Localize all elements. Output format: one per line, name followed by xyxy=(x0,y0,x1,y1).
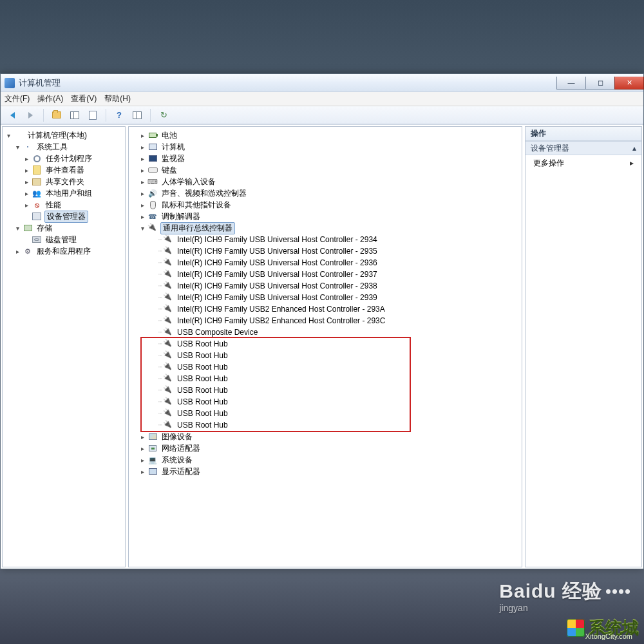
tree-item-sys-5[interactable]: 设备管理器 xyxy=(4,211,124,222)
tree-item-cat-7[interactable]: ☎ 调制解调器 xyxy=(130,211,520,222)
titlebar[interactable]: 计算机管理 — ◻ ✕ xyxy=(1,74,643,92)
tree-item-system-tools[interactable]: 系统工具 xyxy=(4,141,124,153)
tree-item-usb-child-13[interactable]: ┈ USB Root Hub xyxy=(130,384,520,396)
tree-item-after-2[interactable]: 💻 系统设备 xyxy=(130,454,520,466)
tree-twisty-icon[interactable] xyxy=(23,202,30,209)
close-button[interactable]: ✕ xyxy=(614,77,644,90)
tree-twisty-icon[interactable] xyxy=(139,190,146,197)
menu-view[interactable]: 查看(V) xyxy=(71,93,97,104)
tree-node-label: Intel(R) ICH9 Family USB Universal Host … xyxy=(176,270,379,279)
tree-item-after-3[interactable]: 显示适配器 xyxy=(130,466,520,477)
tree-item-cat-4[interactable]: ⌨ 人体学输入设备 xyxy=(130,176,520,187)
tree-item-usb-child-7[interactable]: ┈ Intel(R) ICH9 Family USB2 Enhanced Hos… xyxy=(130,315,520,327)
tree-node-icon xyxy=(163,385,173,395)
tree-twisty-icon[interactable] xyxy=(139,225,146,232)
menu-help[interactable]: 帮助(H) xyxy=(104,93,131,104)
tree-node-label: 性能 xyxy=(44,200,62,211)
tree-node-icon xyxy=(163,234,173,245)
tree-twisty-icon[interactable] xyxy=(139,132,146,139)
help-button[interactable]: ? xyxy=(111,108,127,122)
actions-section-device-manager[interactable]: 设备管理器 ▴ xyxy=(526,141,641,155)
tree-twisty-icon[interactable] xyxy=(5,132,12,139)
tree-item-disk-mgmt[interactable]: 磁盘管理 xyxy=(4,234,124,245)
tree-leaf-icon xyxy=(23,236,30,243)
tree-twisty-icon[interactable] xyxy=(139,457,146,464)
app-window: 计算机管理 — ◻ ✕ 文件(F) 操作(A) 查看(V) 帮助(H) ? ↻ … xyxy=(0,73,644,569)
tree-item-usb-child-0[interactable]: ┈ Intel(R) ICH9 Family USB Universal Hos… xyxy=(130,234,520,245)
folder-button[interactable] xyxy=(49,108,64,122)
properties-button[interactable] xyxy=(85,108,100,122)
window-title: 计算机管理 xyxy=(19,77,61,89)
tree-item-sys-0[interactable]: 任务计划程序 xyxy=(4,153,124,164)
device-tree-pane[interactable]: 电池 计算机 监视器 键盘 ⌨ 人体学输入设备 🔊 声音、视频和游戏控制器 鼠标… xyxy=(128,126,522,567)
tree-item-after-1[interactable]: 网络适配器 xyxy=(130,442,520,454)
tree-item-sys-4[interactable]: ⦸ 性能 xyxy=(4,199,124,211)
tree-item-sys-3[interactable]: 👥 本地用户和组 xyxy=(4,187,124,199)
tree-item-storage[interactable]: 存储 xyxy=(4,222,124,234)
tree-item-cat-1[interactable]: 计算机 xyxy=(130,141,520,153)
tree-item-usb-child-4[interactable]: ┈ Intel(R) ICH9 Family USB Universal Hos… xyxy=(130,280,520,292)
maximize-button[interactable]: ◻ xyxy=(585,77,615,90)
tree-twisty-icon[interactable] xyxy=(139,468,146,475)
left-nav-pane[interactable]: 计算机管理(本地) 系统工具 任务计划程序 事件查看器 共享文件夹 👥 本地用户… xyxy=(2,126,126,567)
tree-twisty-icon[interactable] xyxy=(23,178,30,185)
tree-twisty-icon[interactable] xyxy=(139,202,146,209)
actions-pane: 操作 设备管理器 ▴ 更多操作 ▸ xyxy=(525,126,642,567)
tree-twisty-icon[interactable] xyxy=(14,225,21,232)
tree-twisty-icon[interactable] xyxy=(139,155,146,162)
tree-item-services[interactable]: ⚙ 服务和应用程序 xyxy=(4,245,124,257)
tree-item-usb-child-5[interactable]: ┈ Intel(R) ICH9 Family USB Universal Hos… xyxy=(130,292,520,303)
tree-twisty-icon[interactable] xyxy=(23,190,30,197)
tree-item-usb-child-14[interactable]: ┈ USB Root Hub xyxy=(130,396,520,408)
tree-connector-icon: ┈ xyxy=(158,283,162,289)
tree-item-cat-6[interactable]: 鼠标和其他指针设备 xyxy=(130,199,520,211)
refresh-button[interactable]: ↻ xyxy=(156,108,171,122)
tree-twisty-icon[interactable] xyxy=(139,167,146,174)
tree-twisty-icon[interactable] xyxy=(139,144,146,151)
tree-item-usb-child-16[interactable]: ┈ USB Root Hub xyxy=(130,419,520,431)
tree-twisty-icon[interactable] xyxy=(14,248,21,255)
tree-item-usb-child-15[interactable]: ┈ USB Root Hub xyxy=(130,408,520,419)
minimize-button[interactable]: — xyxy=(556,77,586,90)
tree-twisty-icon[interactable] xyxy=(139,178,146,185)
tree-item-usb-child-10[interactable]: ┈ USB Root Hub xyxy=(130,350,520,361)
actions-more-actions[interactable]: 更多操作 ▸ xyxy=(526,155,641,171)
tree-item-after-0[interactable]: 图像设备 xyxy=(130,431,520,442)
tree-item-usb-controllers[interactable]: 通用串行总线控制器 xyxy=(130,222,520,234)
view-button[interactable] xyxy=(129,108,145,122)
tree-twisty-icon[interactable] xyxy=(139,213,146,220)
tree-item-cat-2[interactable]: 监视器 xyxy=(130,153,520,164)
tree-item-root[interactable]: 计算机管理(本地) xyxy=(4,129,124,141)
tree-item-usb-child-8[interactable]: ┈ USB Composite Device xyxy=(130,327,520,338)
tree-item-sys-1[interactable]: 事件查看器 xyxy=(4,164,124,176)
tree-item-usb-child-3[interactable]: ┈ Intel(R) ICH9 Family USB Universal Hos… xyxy=(130,269,520,280)
tree-connector-icon: ┈ xyxy=(158,341,162,347)
tree-item-sys-2[interactable]: 共享文件夹 xyxy=(4,176,124,187)
tree-twisty-icon[interactable] xyxy=(139,433,146,440)
tree-twisty-icon[interactable] xyxy=(139,445,146,452)
tree-item-usb-child-2[interactable]: ┈ Intel(R) ICH9 Family USB Universal Hos… xyxy=(130,257,520,269)
toolbar-separator xyxy=(106,109,106,122)
watermark-baidu-text: Baidu 经验 xyxy=(499,580,602,601)
tree-item-usb-child-1[interactable]: ┈ Intel(R) ICH9 Family USB Universal Hos… xyxy=(130,245,520,257)
tree-item-usb-child-11[interactable]: ┈ USB Root Hub xyxy=(130,361,520,373)
nav-forward-button[interactable] xyxy=(23,108,38,122)
tree-item-cat-3[interactable]: 键盘 xyxy=(130,164,520,176)
tree-node-label: USB Root Hub xyxy=(176,351,229,360)
menu-file[interactable]: 文件(F) xyxy=(5,93,30,104)
tree-item-usb-child-6[interactable]: ┈ Intel(R) ICH9 Family USB2 Enhanced Hos… xyxy=(130,303,520,315)
app-icon xyxy=(5,78,15,88)
tree-item-usb-child-9[interactable]: ┈ USB Root Hub xyxy=(130,338,520,350)
nav-back-button[interactable] xyxy=(5,108,20,122)
tree-node-icon xyxy=(163,397,173,407)
tree-twisty-icon[interactable] xyxy=(14,144,21,151)
tree-node-label: Intel(R) ICH9 Family USB2 Enhanced Host … xyxy=(176,305,386,314)
tree-item-usb-child-12[interactable]: ┈ USB Root Hub xyxy=(130,373,520,384)
tree-item-cat-0[interactable]: 电池 xyxy=(130,129,520,141)
panels-button[interactable] xyxy=(67,108,82,122)
tree-node-label: USB Root Hub xyxy=(176,397,229,406)
tree-twisty-icon[interactable] xyxy=(23,167,30,174)
menu-action[interactable]: 操作(A) xyxy=(37,93,63,104)
tree-twisty-icon[interactable] xyxy=(23,155,30,162)
tree-item-cat-5[interactable]: 🔊 声音、视频和游戏控制器 xyxy=(130,187,520,199)
